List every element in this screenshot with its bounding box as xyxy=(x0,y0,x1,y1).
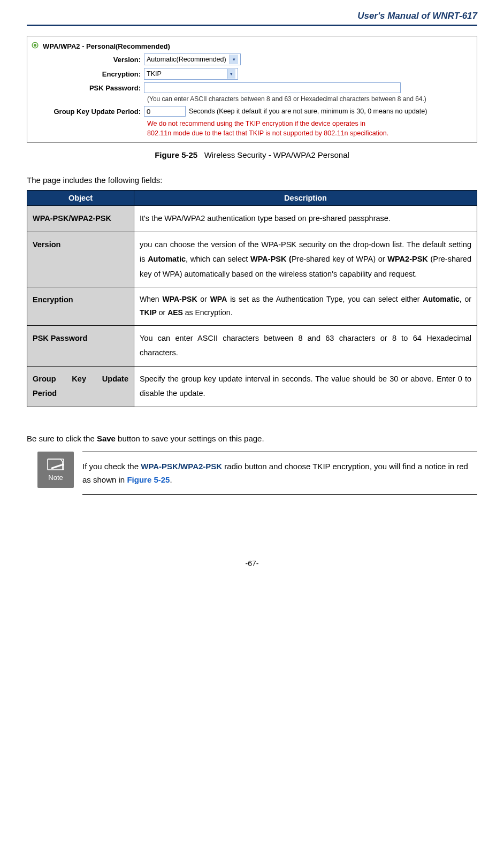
group-key-hint: Seconds (Keep it default if you are not … xyxy=(189,108,427,115)
label-version: Version: xyxy=(32,56,144,64)
table-row: PSK Password You can enter ASCII charact… xyxy=(27,325,477,366)
note-icon-label: Note xyxy=(48,474,63,482)
psk-password-input[interactable] xyxy=(144,82,401,93)
obj-cell: WPA-PSK/WPA2-PSK xyxy=(27,206,134,232)
obj-cell: GroupKeyUpdatePeriod xyxy=(27,366,134,407)
note-text: If you check the WPA-PSK/WPA2-PSK radio … xyxy=(82,452,477,495)
note-block: Note If you check the WPA-PSK/WPA2-PSK r… xyxy=(37,452,477,495)
save-instruction: Be sure to click the Save button to save… xyxy=(27,434,477,443)
desc-cell: You can enter ASCII characters between 8… xyxy=(134,325,477,366)
warning-line1: We do not recommend using the TKIP encry… xyxy=(147,119,472,129)
chevron-down-icon: ▾ xyxy=(227,69,235,79)
table-row: Version you can choose the version of th… xyxy=(27,232,477,287)
settings-screenshot: WPA/WPA2 - Personal(Recommended) Version… xyxy=(27,36,477,143)
desc-cell: Specify the group key update interval in… xyxy=(134,366,477,407)
figure-caption: Figure 5-25 Wireless Security - WPA/WPA2… xyxy=(27,150,477,159)
label-encryption: Encryption: xyxy=(32,70,144,78)
psk-hint: (You can enter ASCII characters between … xyxy=(147,95,472,103)
header-rule xyxy=(27,25,477,26)
desc-cell: It's the WPA/WPA2 authentication type ba… xyxy=(134,206,477,232)
obj-cell: Version xyxy=(27,232,134,287)
note-icon: Note xyxy=(37,452,74,488)
obj-cell: PSK Password xyxy=(27,325,134,366)
tkip-warning: We do not recommend using the TKIP encry… xyxy=(147,119,472,138)
desc-cell: When WPA-PSK or WPA is set as the Authen… xyxy=(134,287,477,325)
svg-point-1 xyxy=(34,44,36,47)
encryption-value: TKIP xyxy=(147,70,162,78)
chevron-down-icon: ▾ xyxy=(230,55,238,64)
table-row: Encryption When WPA-PSK or WPA is set as… xyxy=(27,287,477,325)
label-psk: PSK Password: xyxy=(32,84,144,92)
figure-number: Figure 5-25 xyxy=(155,150,197,159)
warning-line2: 802.11n mode due to the fact that TKIP i… xyxy=(147,129,472,139)
intro-text: The page includes the following fields: xyxy=(27,175,477,185)
table-row: GroupKeyUpdatePeriod Specify the group k… xyxy=(27,366,477,407)
th-object: Object xyxy=(27,190,134,206)
group-key-input[interactable] xyxy=(144,106,186,117)
encryption-select[interactable]: TKIP ▾ xyxy=(144,68,238,80)
manual-title: User's Manual of WNRT-617 xyxy=(27,11,477,21)
th-description: Description xyxy=(134,190,477,206)
version-value: Automatic(Recommended) xyxy=(147,56,226,63)
description-table: Object Description WPA-PSK/WPA2-PSK It's… xyxy=(27,190,477,407)
radio-selected-icon[interactable] xyxy=(32,42,39,50)
radio-label: WPA/WPA2 - Personal(Recommended) xyxy=(43,42,170,50)
page-number: -67- xyxy=(27,559,477,568)
desc-cell: you can choose the version of the WPA-PS… xyxy=(134,232,477,287)
label-group-key: Group Key Update Period: xyxy=(32,108,144,116)
obj-cell: Encryption xyxy=(27,287,134,325)
figure-text: Wireless Security - WPA/WPA2 Personal xyxy=(204,150,349,159)
table-row: WPA-PSK/WPA2-PSK It's the WPA/WPA2 authe… xyxy=(27,206,477,232)
version-select[interactable]: Automatic(Recommended) ▾ xyxy=(144,54,241,65)
